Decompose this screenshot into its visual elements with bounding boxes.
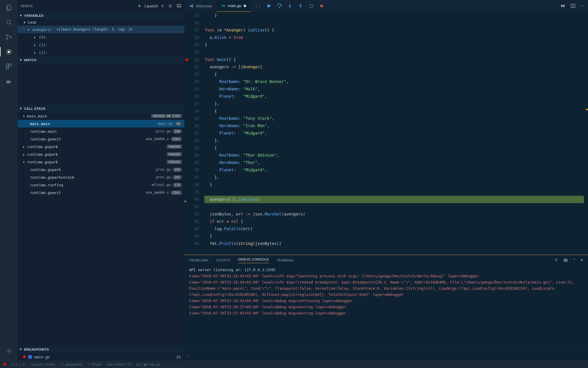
breakpoint-checkbox[interactable]: ✓ xyxy=(28,355,32,359)
extensions-icon[interactable] xyxy=(5,62,13,71)
callstack-frame[interactable]: runtime.goexitasm_amd64.s2361 xyxy=(18,135,184,143)
debug-console-toggle-icon[interactable] xyxy=(177,4,181,8)
breakpoints-section-header[interactable]: ▾BREAKPOINTS xyxy=(18,346,184,353)
svg-rect-6 xyxy=(6,64,9,66)
debug-sidebar: DEBUG Launch ⇅ ▾VARIABLES ▾Local ▾ aveng… xyxy=(18,0,184,361)
editor-group: Welcomemain.go ⋮⋮ ⋯ 15161718192021222324… xyxy=(184,0,588,361)
breakpoint-row[interactable]: ✓main.go21 xyxy=(18,353,184,361)
status-bar: ⊘ 0 ⚠ 0! Launch (devle)⌥ gangachris⇪ Sha… xyxy=(0,361,588,368)
callstack-frame[interactable]: runtime.mainproc.go198 xyxy=(18,127,184,135)
svg-rect-8 xyxy=(6,67,9,69)
panel-tab[interactable]: OUTPUT xyxy=(216,258,230,262)
variable-row[interactable]: ▸[2]: xyxy=(18,49,184,56)
dirty-indicator-icon xyxy=(244,5,246,7)
files-icon[interactable] xyxy=(5,4,13,12)
split-editor-icon[interactable] xyxy=(570,3,576,9)
status-item[interactable]: go | ▣ main.go xyxy=(137,362,160,367)
debug-grip-icon[interactable]: ⋮⋮ xyxy=(255,3,261,9)
stop-button[interactable] xyxy=(318,3,325,9)
svg-point-0 xyxy=(7,20,10,24)
svg-point-16 xyxy=(222,5,223,6)
continue-button[interactable] xyxy=(265,3,272,9)
variables-scope-local[interactable]: ▾Local xyxy=(18,19,184,26)
code-editor[interactable]: 1516171819202122232425262728293031323334… xyxy=(184,12,588,255)
start-debug-icon[interactable] xyxy=(138,4,142,8)
status-item[interactable]: ⌥ gangachris xyxy=(60,362,83,367)
callstack-thread[interactable]: ▸runtime.goparkPAUSED xyxy=(18,150,184,158)
svg-rect-15 xyxy=(177,4,181,7)
callstack-frame[interactable]: runtime.goparkproc.go292 xyxy=(18,166,184,173)
config-caret-icon[interactable]: ⇅ xyxy=(161,4,164,8)
editor-tab[interactable]: main.go xyxy=(216,0,251,12)
panel-tab[interactable]: DEBUG CONSOLE xyxy=(238,258,269,263)
watch-body[interactable] xyxy=(18,64,184,105)
tab-bar: Welcomemain.go ⋮⋮ ⋯ xyxy=(184,0,588,12)
bottom-panel: PROBLEMSOUTPUTDEBUG CONSOLETERMINAL⌃✕ AP… xyxy=(184,255,588,361)
debug-sidebar-header: DEBUG Launch ⇅ xyxy=(18,0,184,12)
maximize-panel-icon[interactable]: ⌃ xyxy=(573,258,576,262)
editor-tab[interactable]: Welcome xyxy=(184,0,216,12)
variable-row[interactable]: ▸[0]: xyxy=(18,33,184,41)
status-item[interactable]: ⊘ 0 ⚠ 0 xyxy=(11,362,24,367)
debug-toolbar: ⋮⋮ xyxy=(255,3,325,9)
overview-ruler[interactable] xyxy=(584,12,588,255)
svg-rect-10 xyxy=(8,81,9,82)
variable-row-avengers[interactable]: ▾ avengers: <[]main.Avenger> (length: 3,… xyxy=(18,26,184,33)
status-item[interactable]: Auto Attach: Off xyxy=(107,362,131,367)
svg-rect-7 xyxy=(9,64,11,66)
debug-console-input[interactable]: › xyxy=(184,351,588,361)
svg-point-14 xyxy=(170,5,171,6)
step-out-button[interactable] xyxy=(297,3,304,9)
close-panel-icon[interactable]: ✕ xyxy=(580,258,583,262)
debug-console-output[interactable]: API server listening at: 127.0.0.1:2345t… xyxy=(184,266,588,351)
callstack-frame[interactable]: runtime.goparkunlockproc.go297 xyxy=(18,173,184,181)
more-actions-icon[interactable]: ⋯ xyxy=(580,4,584,8)
svg-point-17 xyxy=(223,5,225,6)
svg-rect-12 xyxy=(8,79,9,80)
panel-tab[interactable]: TERMINAL xyxy=(277,258,295,262)
svg-point-1 xyxy=(6,35,8,36)
settings-gear-icon[interactable] xyxy=(5,347,13,355)
step-into-button[interactable] xyxy=(287,3,293,9)
debug-title: DEBUG xyxy=(21,4,33,8)
callstack-frame[interactable]: runtime.goexitasm_amd64.s2361 xyxy=(18,189,184,196)
source-control-icon[interactable] xyxy=(5,33,13,41)
callstack-section-header[interactable]: ▾CALL STACK xyxy=(18,105,184,112)
svg-rect-21 xyxy=(320,5,323,7)
go-logo-icon[interactable] xyxy=(560,3,566,9)
clear-console-icon[interactable] xyxy=(563,258,568,263)
svg-point-2 xyxy=(6,38,8,39)
callstack-thread[interactable]: ▾main.mainPAUSED ON STEP xyxy=(18,112,184,120)
go-file-icon xyxy=(221,4,225,8)
svg-rect-9 xyxy=(6,81,7,82)
breakpoint-dot-icon xyxy=(23,355,26,358)
docker-icon[interactable] xyxy=(5,77,13,85)
status-item[interactable]: ! Launch (devle) xyxy=(30,362,55,367)
svg-point-20 xyxy=(300,4,301,5)
restart-button[interactable] xyxy=(308,3,314,9)
callstack-thread[interactable]: ▾runtime.goparkPAUSED xyxy=(18,158,184,166)
variables-section-header[interactable]: ▾VARIABLES xyxy=(18,12,184,19)
filter-icon[interactable] xyxy=(554,258,559,263)
vscode-icon xyxy=(189,4,193,8)
svg-point-19 xyxy=(290,7,290,8)
svg-point-13 xyxy=(8,350,10,352)
svg-point-5 xyxy=(8,51,10,53)
activity-bar xyxy=(0,0,18,361)
debug-icon[interactable] xyxy=(5,48,13,56)
search-icon[interactable] xyxy=(5,18,13,26)
callstack-frame[interactable]: runtime.runfinqmfinal.go175 xyxy=(18,181,184,189)
step-over-button[interactable] xyxy=(276,3,283,9)
watch-section-header[interactable]: ▾WATCH xyxy=(18,56,184,64)
status-item[interactable]: ⇪ Share xyxy=(88,362,101,367)
callstack-thread[interactable]: ▸runtime.goparkPAUSED xyxy=(18,143,184,150)
svg-point-18 xyxy=(279,7,280,7)
debug-settings-gear-icon[interactable] xyxy=(168,4,173,8)
panel-tab[interactable]: PROBLEMS xyxy=(189,258,208,262)
launch-config-dropdown[interactable]: Launch ⇅ xyxy=(138,4,164,8)
variable-row[interactable]: ▸[1]: xyxy=(18,41,184,49)
callstack-frame[interactable]: main.mainmain.go40 xyxy=(18,120,184,127)
